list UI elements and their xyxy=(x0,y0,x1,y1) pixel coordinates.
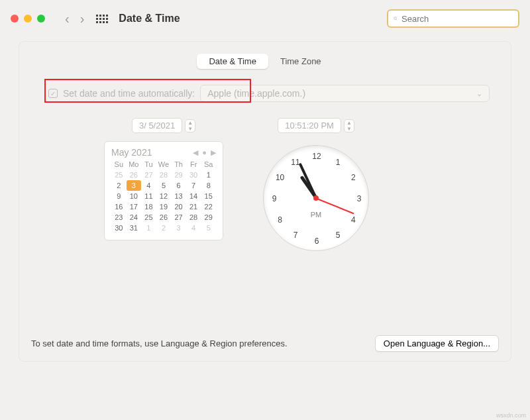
second-hand xyxy=(316,197,354,214)
calendar-day[interactable]: 5 xyxy=(201,223,216,233)
calendar-nav[interactable]: ◀●▶ xyxy=(193,148,216,157)
tab-time-zone[interactable]: Time Zone xyxy=(268,54,333,69)
calendar-day[interactable]: 19 xyxy=(156,201,172,212)
clock-number: 9 xyxy=(272,194,277,203)
time-step-buttons[interactable]: ▲▼ xyxy=(344,119,354,132)
open-language-region-button[interactable]: Open Language & Region... xyxy=(375,335,499,352)
calendar-day[interactable]: 25 xyxy=(111,170,127,180)
minute-hand xyxy=(299,163,317,199)
calendar-day[interactable]: 1 xyxy=(141,223,156,233)
svg-point-0 xyxy=(394,17,397,20)
analog-clock: PM 121234567891011 xyxy=(263,145,369,251)
calendar-day[interactable]: 29 xyxy=(171,170,186,180)
weekday-header: Mo xyxy=(127,160,142,170)
calendar-day[interactable]: 6 xyxy=(171,180,186,191)
toolbar: ‹ › Date & Time xyxy=(0,0,530,37)
calendar-day[interactable]: 3 xyxy=(127,180,142,191)
calendar-day[interactable]: 20 xyxy=(171,201,186,212)
date-step-buttons[interactable]: ▲▼ xyxy=(185,119,195,132)
calendar-day[interactable]: 9 xyxy=(111,191,127,201)
calendar-day[interactable]: 13 xyxy=(171,191,186,201)
calendar-day[interactable]: 26 xyxy=(127,170,142,180)
footer: To set date and time formats, use Langua… xyxy=(31,335,499,352)
calendar-day[interactable]: 27 xyxy=(171,212,186,223)
time-server-value: Apple (time.apple.com.) xyxy=(207,88,305,99)
tab-date-time[interactable]: Date & Time xyxy=(197,54,268,69)
calendar-day[interactable]: 28 xyxy=(156,170,172,180)
calendar-day[interactable]: 16 xyxy=(111,201,127,212)
date-column: 3/ 5/2021 ▲▼ May 2021 ◀●▶ SuMoTuWeThFrSa… xyxy=(104,118,223,251)
time-server-dropdown[interactable]: Apple (time.apple.com.) ⌄ xyxy=(200,85,490,102)
clock-number: 11 xyxy=(291,158,299,167)
preferences-panel: Date & Time Time Zone Set date and time … xyxy=(19,41,511,362)
zoom-button[interactable] xyxy=(37,15,45,23)
calendar-day[interactable]: 17 xyxy=(127,201,142,212)
calendar-day[interactable]: 24 xyxy=(127,212,142,223)
calendar-day[interactable]: 30 xyxy=(186,170,201,180)
calendar-day[interactable]: 1 xyxy=(201,170,216,180)
close-button[interactable] xyxy=(11,15,19,23)
calendar-day[interactable]: 22 xyxy=(201,201,216,212)
calendar-day[interactable]: 3 xyxy=(171,223,186,233)
calendar-day[interactable]: 18 xyxy=(141,201,156,212)
clock-number: 2 xyxy=(351,173,356,182)
date-value: 3/ 5/2021 xyxy=(132,118,182,133)
svg-line-1 xyxy=(396,19,398,21)
cal-prev-icon[interactable]: ◀ xyxy=(193,148,198,157)
calendar-day[interactable]: 26 xyxy=(156,212,172,223)
clock-number: 8 xyxy=(278,215,282,225)
search-field[interactable] xyxy=(387,9,519,28)
meridiem-label: PM xyxy=(311,211,322,219)
show-all-icon[interactable] xyxy=(96,15,108,23)
calendar-day[interactable]: 10 xyxy=(127,191,142,201)
date-stepper[interactable]: 3/ 5/2021 ▲▼ xyxy=(132,118,195,133)
minimize-button[interactable] xyxy=(24,15,32,23)
forward-button[interactable]: › xyxy=(78,11,87,26)
search-icon xyxy=(394,14,398,23)
calendar-day[interactable]: 5 xyxy=(156,180,172,191)
calendar-day[interactable]: 4 xyxy=(186,223,201,233)
calendar-day[interactable]: 15 xyxy=(201,191,216,201)
calendar-day[interactable]: 4 xyxy=(141,180,156,191)
calendar-day[interactable]: 7 xyxy=(186,180,201,191)
cal-today-icon[interactable]: ● xyxy=(202,148,207,157)
calendar-day[interactable]: 27 xyxy=(141,170,156,180)
calendar-day[interactable]: 2 xyxy=(156,223,172,233)
time-stepper[interactable]: 10:51:20 PM ▲▼ xyxy=(278,118,354,133)
auto-row: Set date and time automatically: Apple (… xyxy=(31,85,499,102)
window-title: Date & Time xyxy=(119,13,180,25)
calendar-day[interactable]: 31 xyxy=(127,223,142,233)
clock-number: 10 xyxy=(276,173,284,182)
window-controls xyxy=(11,15,45,23)
calendar-day[interactable]: 11 xyxy=(141,191,156,201)
weekday-header: Sa xyxy=(201,160,216,170)
clock-number: 7 xyxy=(293,231,298,240)
calendar-day[interactable]: 25 xyxy=(141,212,156,223)
search-input[interactable] xyxy=(401,14,513,24)
time-column: 10:51:20 PM ▲▼ PM 121234567891011 xyxy=(263,118,369,251)
weekday-header: Th xyxy=(171,160,186,170)
auto-checkbox[interactable] xyxy=(48,89,58,98)
weekday-header: We xyxy=(156,160,172,170)
calendar-day[interactable]: 23 xyxy=(111,212,127,223)
clock-hub xyxy=(313,195,319,201)
calendar-day[interactable]: 12 xyxy=(156,191,172,201)
calendar-day[interactable]: 30 xyxy=(111,223,127,233)
calendar-day[interactable]: 28 xyxy=(186,212,201,223)
weekday-header: Fr xyxy=(186,160,201,170)
weekday-header: Su xyxy=(111,160,127,170)
calendar-day[interactable]: 14 xyxy=(186,191,201,201)
cal-next-icon[interactable]: ▶ xyxy=(211,148,216,157)
calendar-day[interactable]: 21 xyxy=(186,201,201,212)
calendar-day[interactable]: 8 xyxy=(201,180,216,191)
watermark: wsxdn.com xyxy=(496,412,526,419)
calendar-day[interactable]: 2 xyxy=(111,180,127,191)
calendar-day[interactable]: 29 xyxy=(201,212,216,223)
calendar-title: May 2021 xyxy=(111,147,152,158)
clock-number: 5 xyxy=(336,231,341,240)
back-button[interactable]: ‹ xyxy=(62,11,72,26)
time-value: 10:51:20 PM xyxy=(278,118,341,133)
calendar[interactable]: May 2021 ◀●▶ SuMoTuWeThFrSa2526272829301… xyxy=(104,141,223,240)
clock-number: 6 xyxy=(315,236,319,246)
clock-number: 1 xyxy=(336,158,341,167)
